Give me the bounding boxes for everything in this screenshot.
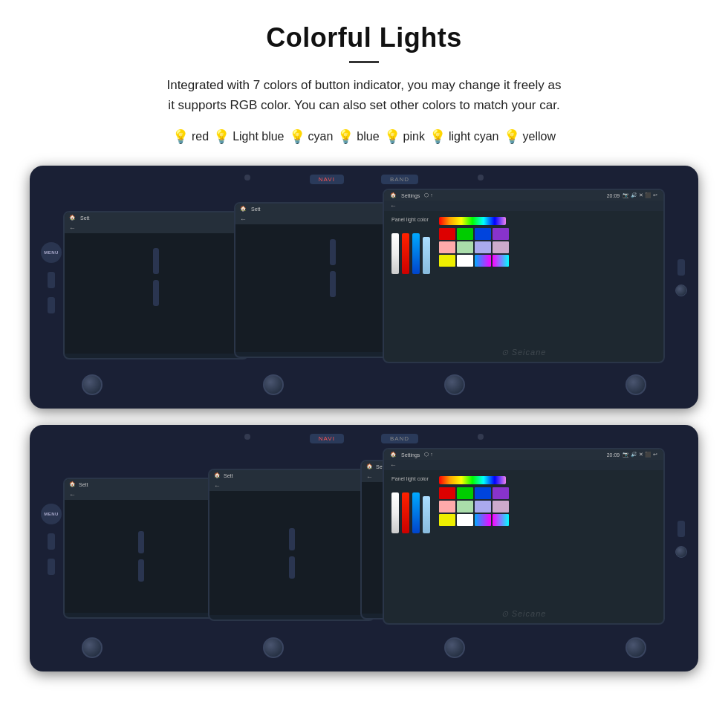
top-car-unit: NAVI BAND MENU — [30, 166, 698, 409]
bar-lightblue — [423, 237, 430, 274]
top-screens-area: MENU 🏠 Sett ← — [63, 189, 665, 367]
vent4 — [330, 271, 336, 297]
bottom-band-button[interactable]: BAND — [381, 434, 418, 443]
side-button-right[interactable] — [677, 259, 685, 276]
swatch-white[interactable] — [457, 255, 473, 267]
bs4-panel-light-section: Panel light color — [391, 476, 430, 533]
color-item-yellow: 💡 yellow — [504, 129, 556, 145]
bs4-swatch-green[interactable] — [457, 487, 473, 499]
bs4-bar-blue — [412, 492, 420, 533]
bs2-vents — [289, 528, 295, 579]
knob-bottom-center[interactable] — [444, 374, 465, 395]
red-bulb-icon: 💡 — [172, 129, 189, 145]
bs1-back: ← — [65, 490, 218, 500]
bottom-right-side-btn[interactable] — [677, 521, 685, 537]
swatch-bluelight[interactable] — [475, 241, 491, 253]
bs4-swatch-grad2[interactable] — [493, 514, 509, 526]
page-wrapper: Colorful Lights Integrated with 7 colors… — [0, 0, 728, 718]
screen-1: 🏠 Sett ← — [63, 211, 249, 360]
bs2-vent2 — [289, 556, 295, 579]
swatch-gradient2[interactable] — [493, 255, 509, 267]
bottom-side-btn2[interactable] — [48, 559, 55, 575]
band-button[interactable]: BAND — [381, 175, 418, 184]
knob-bottom-right[interactable] — [625, 374, 646, 395]
bs4-swatch-greenlight[interactable] — [457, 501, 473, 513]
lightcyan-bulb-icon: 💡 — [429, 129, 446, 145]
bs4-swatch-blue[interactable] — [475, 487, 491, 499]
watermark-bottom: ⊙ Seicane — [501, 609, 547, 619]
vent2 — [153, 280, 159, 306]
navi-button[interactable]: NAVI — [310, 175, 344, 184]
bs4-back: ← — [384, 460, 663, 470]
color-swatches-section — [439, 217, 509, 274]
swatch-green[interactable] — [457, 228, 473, 240]
bs2-vent1 — [289, 528, 295, 550]
bs4-swatch-red[interactable] — [439, 487, 455, 499]
screen3-back: ← — [384, 201, 663, 211]
bottom-nav-buttons: NAVI BAND — [310, 434, 418, 443]
bottom-right-knob[interactable] — [675, 546, 687, 558]
bs2-back: ← — [209, 481, 374, 491]
bottom-right-dot — [478, 434, 484, 440]
bottom-navi-button[interactable]: NAVI — [310, 434, 344, 443]
bottom-left-dot — [244, 434, 250, 440]
knob-bottom-center-left[interactable] — [263, 374, 284, 395]
bs4-bar-red — [402, 492, 409, 533]
left-side-controls: MENU — [41, 189, 62, 367]
knob-bottom-left[interactable] — [82, 374, 103, 395]
bs4-swatch-yellow[interactable] — [439, 514, 455, 526]
color-label-blue: blue — [357, 130, 379, 143]
bs4-bar-lightblue — [423, 496, 430, 533]
swatch-gradient1[interactable] — [475, 255, 491, 267]
time-display: 20:09 — [607, 193, 620, 198]
bs2-nav: 🏠Sett — [209, 470, 374, 481]
menu-button-left[interactable]: MENU — [41, 242, 62, 263]
bs4-right-icons: 20:09 📷 🔊 ✕ ⬛ ↩ — [607, 452, 657, 458]
right-side-controls — [675, 189, 687, 367]
swatch-blue[interactable] — [475, 228, 491, 240]
swatch-purple[interactable] — [493, 228, 509, 240]
bs4-swatch-white[interactable] — [457, 514, 473, 526]
screen1-back: ← — [65, 223, 247, 233]
screen-3-main: 🏠 Settings ⬡ ↑ 20:09 📷 🔊 ✕ ⬛ ↩ ← — [383, 189, 665, 363]
bs4-swatch-purple[interactable] — [493, 487, 509, 499]
bs4-swatch-purplelight[interactable] — [493, 501, 509, 513]
pink-bulb-icon: 💡 — [384, 129, 400, 145]
bottom-knob2[interactable] — [263, 637, 284, 658]
bs1-vents — [138, 531, 144, 582]
bottom-knob4[interactable] — [625, 637, 646, 658]
right-knob[interactable] — [675, 284, 687, 296]
bs2-body — [209, 491, 374, 615]
bs4-settings-content: Panel light color — [384, 470, 663, 539]
bottom-knob3[interactable] — [444, 637, 465, 658]
bs4-left-nav: 🏠 Settings ⬡ ↑ — [390, 452, 433, 458]
side-button-left2[interactable] — [48, 297, 55, 313]
swatch-purplelight[interactable] — [493, 241, 509, 253]
panel-light-label: Panel light color — [391, 217, 430, 222]
bs4-swatch-grad1[interactable] — [475, 514, 491, 526]
screen3-statusbar: 🏠 Settings ⬡ ↑ 20:09 📷 🔊 ✕ ⬛ ↩ — [384, 190, 663, 201]
color-item-cyan: 💡 cyan — [289, 129, 334, 145]
side-button-left[interactable] — [48, 272, 55, 288]
color-item-blue: 💡 blue — [337, 129, 379, 145]
bottom-menu-button[interactable]: MENU — [41, 504, 62, 524]
swatch-red[interactable] — [439, 228, 455, 240]
screen1-vent — [65, 233, 247, 321]
bottom-side-btn1[interactable] — [48, 533, 55, 550]
bottom-knob1[interactable] — [82, 637, 103, 658]
swatch-yellow[interactable] — [439, 255, 455, 267]
color-label-pink: pink — [403, 130, 425, 143]
bs4-swatch-pinklight[interactable] — [439, 501, 455, 513]
bs4-color-bars — [391, 485, 430, 533]
screen1-body — [65, 233, 247, 354]
settings-label: Settings — [401, 193, 420, 198]
swatch-pinklight[interactable] — [439, 241, 455, 253]
color-item-lightcyan: 💡 light cyan — [429, 129, 499, 145]
bs4-settings-label: Settings — [401, 452, 420, 458]
bs4-swatch-bluelight[interactable] — [475, 501, 491, 513]
bs4-time: 20:09 — [607, 452, 620, 458]
vent1 — [153, 248, 159, 274]
swatch-greenlight[interactable] — [457, 241, 473, 253]
bs1-body — [65, 500, 218, 613]
screen1-nav: 🏠 Sett — [65, 212, 247, 223]
